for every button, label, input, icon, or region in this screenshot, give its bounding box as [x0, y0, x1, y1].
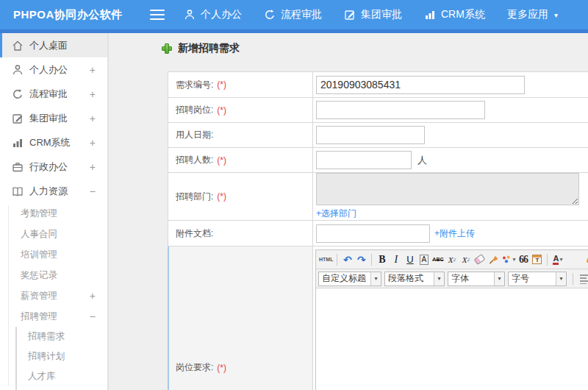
italic-button[interactable]: I — [390, 252, 402, 267]
nav-workflow-approval[interactable]: 流程审批 — [264, 8, 322, 21]
chevron-down-icon: ▾ — [559, 256, 562, 263]
sidebar-item-label: CRM系统 — [29, 136, 71, 149]
form-row-department: 招聘部门: (*) +选择部门 — [168, 173, 588, 221]
department-textarea[interactable] — [316, 173, 579, 205]
editor-content[interactable] — [316, 288, 588, 390]
expand-icon[interactable]: + — [90, 113, 96, 124]
field-label: 附件文档: — [168, 221, 313, 246]
toolbar-separator — [573, 273, 573, 285]
sidebar-item-label: 个人办公 — [29, 63, 68, 77]
sidebar-item-recruit-plan[interactable]: 招聘计划 — [0, 347, 107, 366]
sidebar-item-attendance-mgmt[interactable]: 考勤管理 — [0, 203, 107, 224]
color-palette-button[interactable]: ▾ — [501, 252, 515, 267]
font-family-select[interactable]: 字体 ▾ — [448, 272, 505, 286]
sidebar-item-label: 人事合同 — [21, 228, 57, 241]
superscript-button[interactable]: X2 — [445, 252, 458, 267]
expand-icon[interactable]: + — [90, 290, 96, 302]
clear-format-button[interactable] — [487, 252, 500, 267]
sidebar-item-recruit-demand[interactable]: 招聘需求 — [0, 327, 107, 347]
unit-suffix: 人 — [417, 154, 427, 167]
strikethrough-button[interactable]: ABC — [431, 252, 444, 267]
field-label: 需求编号: (*) — [168, 72, 313, 97]
chevron-down-icon: ▾ — [370, 272, 381, 286]
sidebar-item-label: 集团审批 — [29, 112, 68, 125]
chevron-down-icon: ▾ — [554, 11, 558, 19]
eraser-icon — [474, 254, 486, 265]
nav-label: 集团审批 — [361, 8, 402, 21]
form-row-hire-date: 用人日期: — [168, 123, 588, 148]
hamburger-menu-icon[interactable] — [150, 10, 165, 20]
field-label: 招聘人数: (*) — [168, 148, 313, 172]
position-input[interactable] — [316, 101, 485, 119]
select-department-link[interactable]: +选择部门 — [316, 208, 356, 220]
expand-icon[interactable]: + — [90, 88, 96, 100]
redo-button[interactable]: ↷ — [355, 252, 368, 267]
palette-icon — [501, 255, 512, 265]
bar-chart-icon — [424, 9, 436, 21]
sidebar-item-personal-desktop[interactable]: 个人桌面 — [0, 33, 107, 57]
sidebar-item-admin-office[interactable]: 行政办公 + — [0, 155, 107, 179]
book-icon — [12, 185, 24, 197]
eraser-button[interactable] — [473, 252, 486, 267]
sidebar-item-salary-mgmt[interactable]: 薪资管理 + — [0, 286, 107, 306]
hire-date-input[interactable] — [316, 126, 425, 144]
sidebar-item-human-resources[interactable]: 人力资源 − — [0, 179, 107, 203]
workflow-icon — [12, 88, 24, 100]
blockquote-button[interactable]: 66 — [517, 252, 529, 267]
demand-no-input[interactable] — [316, 76, 525, 94]
chevron-down-icon: ▾ — [556, 272, 566, 286]
sidebar-item-label: 奖惩记录 — [21, 269, 57, 282]
field-label: 招聘岗位: (*) — [168, 98, 313, 122]
sidebar-item-talent-pool[interactable]: 人才库 — [0, 366, 107, 386]
sidebar-item-workflow-approval[interactable]: 流程审批 + — [0, 82, 107, 106]
attachment-input[interactable] — [316, 224, 430, 243]
required-mark: (*) — [217, 191, 226, 202]
sidebar-item-label: 行政办公 — [29, 160, 68, 174]
paragraph-format-select[interactable]: 段落格式 ▾ — [384, 272, 445, 286]
sidebar-item-crm-system[interactable]: CRM系统 + — [0, 130, 107, 155]
sidebar-item-hr-contract[interactable]: 人事合同 — [0, 224, 107, 244]
align-left-button[interactable] — [577, 272, 588, 286]
required-mark: (*) — [217, 105, 226, 116]
underline-button[interactable]: U — [404, 252, 416, 267]
nav-label: CRM系统 — [441, 8, 485, 21]
field-label: 岗位要求: (*) — [168, 247, 313, 390]
nav-label: 个人办公 — [201, 8, 242, 21]
html-source-button[interactable]: HTML — [319, 252, 333, 267]
nav-group-approval[interactable]: 集团审批 — [344, 8, 402, 21]
nav-label: 流程审批 — [281, 8, 322, 21]
undo-button[interactable]: ↶ — [341, 252, 354, 267]
headcount-input[interactable] — [316, 151, 412, 169]
home-icon — [12, 40, 24, 52]
sidebar-item-training-mgmt[interactable]: 培训管理 — [0, 244, 107, 265]
expand-icon[interactable]: + — [90, 161, 96, 173]
paste-as-text-button[interactable]: T — [531, 252, 543, 267]
font-frame-button[interactable]: A — [420, 255, 429, 265]
sidebar-item-reward-punishment[interactable]: 奖惩记录 — [0, 265, 107, 286]
font-size-select[interactable]: 字号 ▾ — [508, 272, 567, 286]
expand-icon[interactable]: + — [90, 137, 96, 149]
chevron-down-icon: ▾ — [512, 256, 515, 263]
collapse-icon[interactable]: − — [90, 311, 96, 322]
nav-more-apps[interactable]: 更多应用 ▾ — [507, 8, 558, 21]
sidebar-item-group-approval[interactable]: 集团审批 + — [0, 106, 107, 130]
nav-personal-office[interactable]: 个人办公 — [184, 8, 242, 21]
sidebar-item-recruit-mgmt[interactable]: 招聘管理 − — [0, 306, 107, 327]
collapse-icon[interactable]: − — [90, 185, 96, 197]
required-mark: (*) — [217, 363, 226, 373]
broom-icon — [488, 254, 499, 265]
workflow-icon — [264, 9, 276, 21]
font-color-button[interactable]: A ▾ — [551, 252, 564, 267]
background-color-button[interactable]: a — [582, 252, 588, 267]
custom-heading-select[interactable]: 自定义标题 ▾ — [318, 272, 381, 286]
upload-attachment-link[interactable]: +附件上传 — [434, 227, 475, 240]
nav-crm-system[interactable]: CRM系统 — [424, 8, 485, 21]
subscript-button[interactable]: X2 — [459, 252, 472, 267]
bold-button[interactable]: B — [376, 252, 388, 267]
sidebar-item-label: 个人桌面 — [29, 39, 68, 52]
nav-label: 更多应用 — [507, 8, 548, 21]
expand-icon[interactable]: + — [90, 64, 96, 76]
sidebar: 个人桌面 个人办公 + 流程审批 + 集团审批 + — [0, 33, 109, 390]
page-title-text: 新增招聘需求 — [178, 42, 240, 55]
sidebar-item-personal-office[interactable]: 个人办公 + — [0, 57, 107, 82]
